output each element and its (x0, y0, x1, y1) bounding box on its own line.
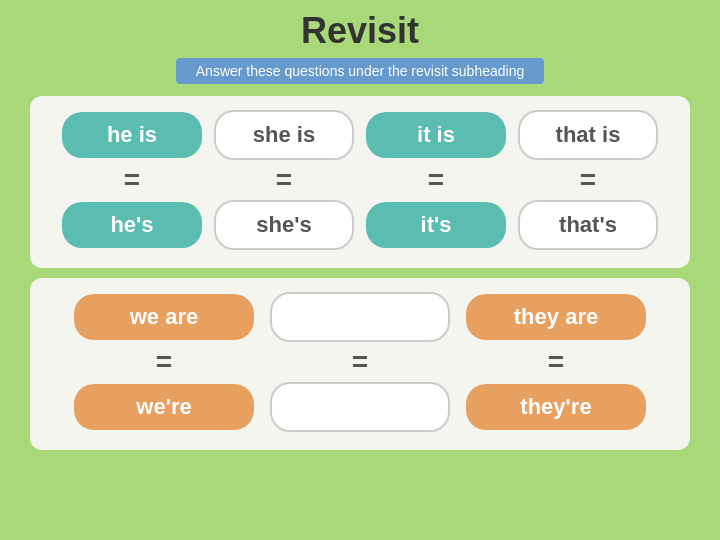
equals-7: = (466, 346, 646, 378)
pill-it-is: it is (366, 112, 506, 158)
card-contractions-singular: he is she is it is that is = = = = he's … (30, 96, 690, 268)
equals-6: = (270, 346, 450, 378)
pill-they-are: they are (466, 294, 646, 340)
row-contractions: he's she's it's that's (50, 200, 670, 250)
pill-youre: you're (270, 382, 450, 432)
row-full-forms: he is she is it is that is (50, 110, 670, 160)
card-contractions-plural: we are you are they are = = = we're you'… (30, 278, 690, 450)
pill-we-are: we are (74, 294, 254, 340)
pill-theyre: they're (466, 384, 646, 430)
pill-he-is: he is (62, 112, 202, 158)
equals-row-1: = = = = (50, 164, 670, 196)
pill-its: it's (366, 202, 506, 248)
equals-3: = (366, 164, 506, 196)
row-full-forms-plural: we are you are they are (50, 292, 670, 342)
pill-thats: that's (518, 200, 658, 250)
equals-4: = (518, 164, 658, 196)
subtitle-bar: Answer these questions under the revisit… (176, 58, 544, 84)
pill-she-is: she is (214, 110, 354, 160)
pill-hes: he's (62, 202, 202, 248)
equals-2: = (214, 164, 354, 196)
equals-5: = (74, 346, 254, 378)
equals-1: = (62, 164, 202, 196)
equals-row-2: = = = (50, 346, 670, 378)
pill-that-is: that is (518, 110, 658, 160)
page-title: Revisit (301, 10, 419, 52)
pill-you-are: you are (270, 292, 450, 342)
pill-were: we're (74, 384, 254, 430)
row-contractions-plural: we're you're they're (50, 382, 670, 432)
pill-shes: she's (214, 200, 354, 250)
